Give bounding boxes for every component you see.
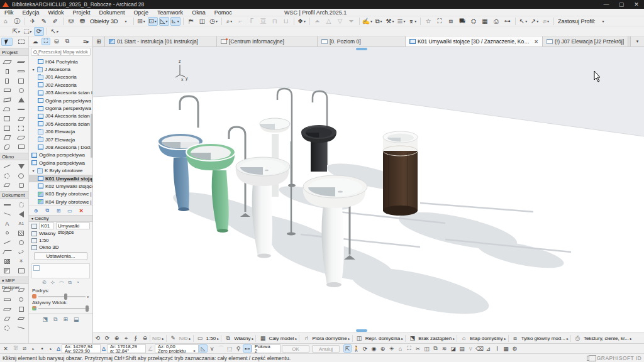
- search-input[interactable]: [38, 49, 88, 55]
- line-type-icon[interactable]: ☰▾: [396, 17, 406, 26]
- teamwork-user-icon[interactable]: ✈: [28, 17, 38, 26]
- walk-icon[interactable]: ∱: [131, 335, 140, 341]
- origin-chevron-icon[interactable]: ▸: [47, 346, 55, 351]
- materials-icon[interactable]: ≋: [440, 346, 448, 352]
- column-head-tool-icon[interactable]: [1, 143, 13, 151]
- settings-gear-icon[interactable]: ⚙: [511, 346, 519, 352]
- coordinate-z-field[interactable]: Az: 0,00 Zero projektu▸: [155, 344, 199, 353]
- textures-icon[interactable]: ▤: [458, 346, 466, 352]
- truss-tool-icon[interactable]: [16, 143, 27, 151]
- grid-tool-icon[interactable]: [1, 124, 13, 132]
- profile-manager-icon[interactable]: ⚒▾: [385, 17, 395, 26]
- marquee-tool-icon[interactable]: [16, 38, 27, 46]
- z-axis-icon[interactable]: ∠: [146, 346, 155, 352]
- tab-j07-elewacja[interactable]: (!) J07 Elewacja [J2 Przekrój]: [543, 36, 628, 47]
- globe-icon[interactable]: ⊕: [379, 346, 387, 352]
- library-icon[interactable]: ⛃: [77, 17, 87, 26]
- close-button[interactable]: ✕: [629, 0, 644, 9]
- guide-lines-icon[interactable]: ◺▾: [159, 17, 169, 26]
- label-tool-icon[interactable]: A1: [16, 219, 27, 228]
- new-folder-icon[interactable]: ⊞: [54, 207, 63, 214]
- scale-value[interactable]: 1:50: [39, 238, 49, 243]
- menu-widok[interactable]: Widok: [44, 9, 69, 16]
- snap-points-icon[interactable]: ⊾▾: [170, 17, 180, 26]
- maximize-button[interactable]: ▢: [614, 0, 629, 9]
- quick-option-3d-style[interactable]: ⎙Tekstury, cienie, kr...▸: [571, 334, 634, 343]
- window-type-value[interactable]: Okno 3D: [39, 244, 59, 250]
- cancel-button[interactable]: Anuluj: [312, 345, 340, 353]
- marquee-settings-icon[interactable]: ⬚▸: [23, 27, 33, 36]
- tab-list-dropdown-icon[interactable]: ▾: [630, 36, 644, 47]
- toolbox-section-projekt[interactable]: Projekt: [0, 48, 28, 56]
- windows-layout-icon[interactable]: [587, 356, 593, 361]
- toolbox-section-mep[interactable]: ▾ MEP Designer: [0, 277, 28, 284]
- pipe-fitting-tool-icon[interactable]: [16, 295, 27, 304]
- slab-tool-icon[interactable]: [16, 58, 27, 66]
- viewport-top-scroll-pill[interactable]: [356, 48, 367, 50]
- camera-tool-icon[interactable]: [16, 181, 27, 189]
- duct-fitting-tool-icon[interactable]: [16, 286, 27, 294]
- trace-split-icon[interactable]: ⧉: [68, 280, 72, 286]
- tree-item[interactable]: K04 Bryły obrotowe |: [29, 198, 92, 206]
- fit-view-icon[interactable]: ⌖: [122, 335, 130, 342]
- duct-tool-icon[interactable]: [1, 286, 13, 294]
- navigator-menu-icon[interactable]: ≡▸: [82, 38, 91, 45]
- survey-icon[interactable]: ⛿: [186, 17, 196, 26]
- mep-terminal-tool-icon[interactable]: [1, 314, 13, 322]
- tab-k01-umywalki[interactable]: K01 Umywalki stojące [3D / Zaznaczenie, …: [406, 36, 543, 47]
- snap-grid-icon[interactable]: ⊡▾: [148, 17, 158, 26]
- skewed-grid-icon[interactable]: ⧄: [20, 345, 29, 352]
- zone-tool-icon[interactable]: [16, 124, 27, 132]
- toolbox-section-dokument[interactable]: Dokument: [0, 191, 28, 199]
- trace-ref-icon[interactable]: ⬔: [42, 316, 48, 323]
- explore-mode-icon[interactable]: ◉: [370, 346, 378, 352]
- stair-tool-icon[interactable]: [1, 86, 13, 94]
- virtual-trace-icon[interactable]: ◫: [423, 346, 431, 352]
- quick-option-hotlink[interactable]: ⧈Tylko główny mod...▸: [509, 334, 570, 343]
- labels-quick-icon[interactable]: ⊿: [484, 346, 492, 352]
- curtain-wall-tool-icon[interactable]: [1, 114, 13, 123]
- text-tool-icon[interactable]: A: [1, 219, 13, 228]
- zoom-in-icon[interactable]: ⊕: [113, 335, 121, 341]
- quick-option-structure-display[interactable]: ▦Cały model▸: [256, 334, 299, 343]
- door-tool-icon[interactable]: [1, 77, 13, 85]
- tree-item[interactable]: ▾K Bryły obrotowe: [29, 167, 92, 174]
- shadows-icon[interactable]: ◪: [449, 346, 457, 352]
- line-tool-icon[interactable]: [1, 238, 13, 246]
- settings-button[interactable]: Ustawienia...: [34, 252, 87, 260]
- view-map-icon[interactable]: ⛶: [42, 38, 50, 45]
- quick-option-layer-combination[interactable]: ⧉Własny▸: [221, 334, 255, 343]
- select-mode-icon[interactable]: ⇱: [343, 344, 352, 353]
- objects-3d-label[interactable]: Obiekty 3D: [90, 18, 118, 25]
- minimize-button[interactable]: —: [599, 0, 614, 9]
- active-view-color-icon[interactable]: [32, 306, 36, 310]
- arrow-plus-icon[interactable]: ↗▾: [530, 17, 540, 26]
- pipe-tool-icon[interactable]: [1, 295, 13, 304]
- grid-snap-icon[interactable]: ⛆: [11, 345, 20, 352]
- elevation-tool-icon[interactable]: [16, 162, 27, 170]
- zone-stamp-tool-icon[interactable]: [1, 229, 13, 237]
- properties-header[interactable]: ▾Cechy: [29, 215, 92, 222]
- trace-align-icon[interactable]: ⊞: [63, 316, 68, 323]
- special-snap-field[interactable]: Połowa 2: [252, 344, 280, 353]
- shell-tool-icon[interactable]: [1, 105, 13, 113]
- view-cone-icon[interactable]: ⌂: [396, 346, 404, 352]
- object-tool-icon[interactable]: [16, 86, 27, 94]
- menu-edycja[interactable]: Edycja: [18, 9, 44, 16]
- info-icon[interactable]: ⓘ: [12, 17, 22, 26]
- coordinate-ra-field[interactable]: Ar: 17018,29 a: 32,84°: [107, 344, 146, 353]
- tree-item[interactable]: Ogólna perspektywa: [29, 104, 92, 112]
- quick-option-pen-set[interactable]: ⑁Pióra domyślne▸: [299, 334, 352, 343]
- quick-option-model-view[interactable]: ◫Repr. domyślna▸: [353, 334, 406, 343]
- tree-item[interactable]: J05 Akcesoria ścian i d: [29, 120, 92, 128]
- close-tracker-icon[interactable]: ✕: [0, 346, 11, 352]
- tree-item[interactable]: K03 Bryły obrotowe |: [29, 190, 92, 198]
- pen-set-icon[interactable]: ✍▾: [362, 17, 373, 26]
- circle-tool-icon[interactable]: [16, 238, 27, 246]
- roof-tool-icon[interactable]: [1, 96, 13, 104]
- mep-inline-tool-icon[interactable]: [16, 314, 27, 322]
- view-id-field[interactable]: K01: [39, 222, 54, 229]
- pipe-quick-icon[interactable]: ⑂: [467, 346, 475, 352]
- origin-icon[interactable]: •: [38, 346, 47, 352]
- opening-tool-icon[interactable]: [1, 133, 13, 141]
